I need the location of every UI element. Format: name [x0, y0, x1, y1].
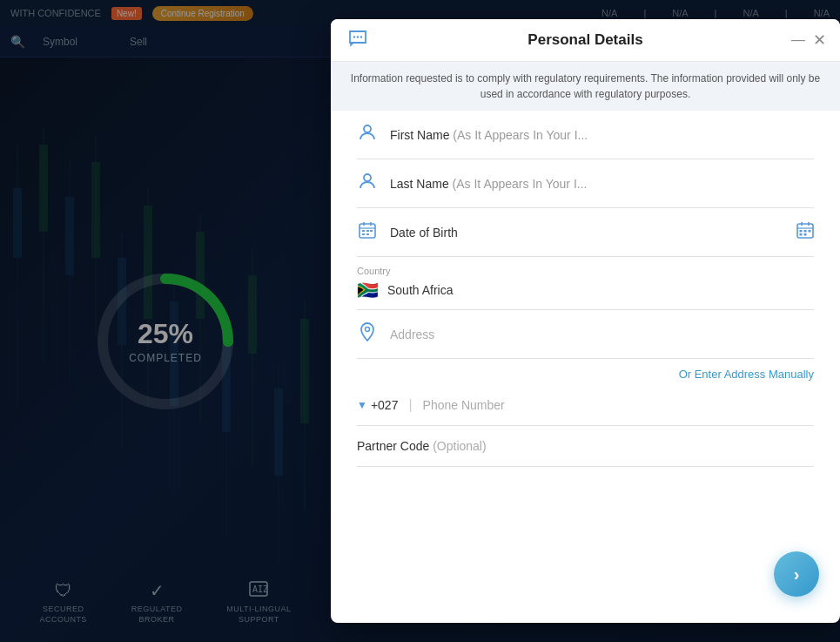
last-name-label: Last Name (As It Appears In Your I...: [390, 177, 587, 191]
svg-point-51: [366, 328, 370, 332]
south-africa-flag: 🇿🇦: [357, 280, 379, 301]
manual-address-link[interactable]: Or Enter Address Manually: [679, 368, 814, 381]
last-name-content: Last Name (As It Appears In Your I...: [390, 177, 814, 191]
svg-point-32: [364, 174, 371, 181]
svg-rect-46: [800, 230, 803, 233]
dob-field[interactable]: Date of Birth: [357, 208, 814, 257]
country-field[interactable]: Country 🇿🇦 South Africa: [357, 257, 814, 310]
phone-country-code[interactable]: ▼ +027: [357, 398, 398, 412]
minimize-button[interactable]: —: [791, 33, 805, 47]
person-icon-2: [357, 172, 378, 195]
phone-dropdown-arrow: ▼: [357, 399, 367, 411]
first-name-label: First Name (As It Appears In Your I...: [390, 128, 588, 142]
svg-rect-47: [804, 230, 807, 233]
dob-label: Date of Birth: [390, 226, 458, 240]
svg-rect-49: [800, 233, 803, 236]
country-label: Country: [357, 266, 814, 276]
svg-rect-40: [362, 233, 365, 235]
svg-rect-50: [804, 233, 807, 236]
address-field[interactable]: Address: [357, 310, 814, 359]
person-icon: [357, 123, 378, 146]
first-name-content: First Name (As It Appears In Your I...: [390, 128, 814, 142]
personal-details-modal: Personal Details — ✕ Information request…: [331, 19, 840, 623]
modal-title: Personal Details: [528, 31, 642, 49]
close-button[interactable]: ✕: [813, 32, 826, 48]
location-pin-icon: [357, 322, 378, 346]
svg-point-28: [353, 36, 355, 37]
svg-rect-38: [366, 230, 369, 232]
svg-rect-37: [362, 230, 365, 232]
manual-address-link-container: Or Enter Address Manually: [357, 359, 814, 385]
svg-rect-39: [370, 230, 373, 232]
phone-divider: |: [408, 397, 412, 413]
dob-content: Date of Birth: [390, 221, 814, 243]
next-button[interactable]: ›: [774, 551, 819, 597]
next-arrow-icon: ›: [794, 564, 800, 585]
svg-rect-41: [366, 233, 369, 235]
birthday-icon: [357, 220, 378, 244]
calendar-icon[interactable]: [796, 221, 814, 243]
modal-body: First Name (As It Appears In Your I... L…: [331, 111, 840, 623]
modal-header: Personal Details — ✕: [331, 19, 840, 62]
first-name-field[interactable]: First Name (As It Appears In Your I...: [357, 111, 814, 159]
partner-code-label: Partner Code (Optional): [357, 439, 487, 453]
svg-point-29: [357, 36, 359, 37]
svg-point-30: [360, 36, 362, 37]
phone-placeholder: Phone Number: [423, 398, 505, 412]
chat-icon: [348, 30, 367, 51]
svg-rect-48: [809, 230, 811, 233]
country-name: South Africa: [387, 283, 454, 297]
last-name-field[interactable]: Last Name (As It Appears In Your I...: [357, 159, 814, 208]
phone-field[interactable]: ▼ +027 | Phone Number: [357, 385, 814, 426]
partner-code-field[interactable]: Partner Code (Optional): [357, 426, 814, 467]
info-bar: Information requested is to comply with …: [331, 62, 840, 111]
country-value: 🇿🇦 South Africa: [357, 280, 814, 301]
address-placeholder: Address: [390, 328, 434, 341]
phone-code: +027: [371, 398, 399, 412]
svg-point-31: [364, 125, 371, 132]
info-text: Information requested is to comply with …: [351, 72, 820, 100]
